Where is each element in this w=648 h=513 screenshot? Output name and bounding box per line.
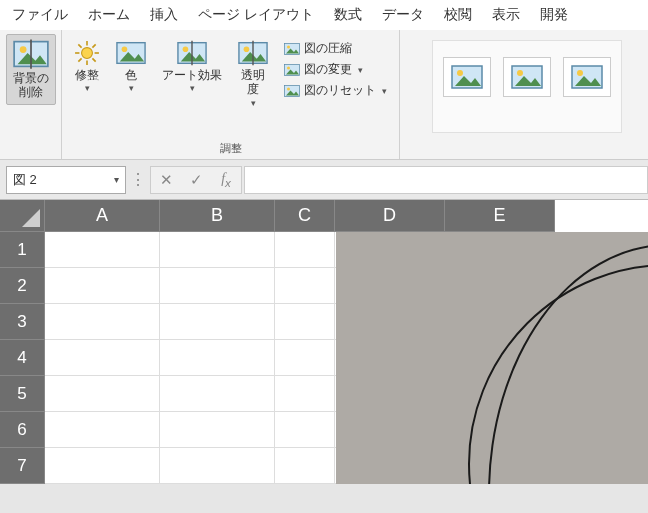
menu-tab-1[interactable]: ホーム	[78, 2, 140, 28]
column-header-D[interactable]: D	[335, 200, 445, 232]
menu-tabs: ファイルホーム挿入ページ レイアウト数式データ校閲表示開発	[0, 0, 648, 30]
style-gallery	[432, 40, 622, 133]
chevron-down-icon: ▾	[85, 83, 90, 93]
cell-B2[interactable]	[160, 268, 275, 304]
picture-icon	[510, 65, 544, 89]
cell-C5[interactable]	[275, 376, 335, 412]
column-header-A[interactable]: A	[45, 200, 160, 232]
cell-A6[interactable]	[45, 412, 160, 448]
cell-A2[interactable]	[45, 268, 160, 304]
change-picture-icon	[284, 62, 300, 78]
group-picture-styles	[400, 30, 648, 159]
cell-C6[interactable]	[275, 412, 335, 448]
cell-C4[interactable]	[275, 340, 335, 376]
expand-formula-bar[interactable]: ⋮	[126, 170, 150, 189]
cell-A7[interactable]	[45, 448, 160, 484]
insert-function-button[interactable]: fx	[211, 171, 241, 189]
menu-tab-3[interactable]: ページ レイアウト	[188, 2, 324, 28]
cell-C2[interactable]	[275, 268, 335, 304]
compress-pictures-button[interactable]: 図の圧縮	[284, 40, 387, 57]
row-header-7[interactable]: 7	[0, 448, 45, 484]
column-header-E[interactable]: E	[445, 200, 555, 232]
chevron-down-icon: ▾	[190, 83, 195, 93]
cancel-button[interactable]: ✕	[151, 171, 181, 189]
cell-A4[interactable]	[45, 340, 160, 376]
cell-C7[interactable]	[275, 448, 335, 484]
cell-C3[interactable]	[275, 304, 335, 340]
sun-icon	[74, 40, 100, 66]
group-adjust: 修整 ▾ 色 ▾ アート効果 ▾ 透明 度 ▾ 図の圧縮	[62, 30, 400, 159]
inserted-picture[interactable]	[336, 232, 648, 484]
cell-B1[interactable]	[160, 232, 275, 268]
chevron-down-icon[interactable]: ▾	[114, 174, 119, 185]
cell-B6[interactable]	[160, 412, 275, 448]
menu-tab-5[interactable]: データ	[372, 2, 434, 28]
row-header-3[interactable]: 3	[0, 304, 45, 340]
menu-tab-6[interactable]: 校閲	[434, 2, 482, 28]
remove-background-label: 背景の 削除	[13, 71, 49, 100]
chevron-down-icon: ▾	[382, 86, 387, 96]
change-label: 図の変更	[304, 61, 352, 78]
reset-picture-button[interactable]: 図のリセット ▾	[284, 82, 387, 99]
transparency-label: 透明 度	[241, 68, 265, 97]
name-box[interactable]: ▾	[6, 166, 126, 194]
group-bg-remove: 背景の 削除	[0, 30, 62, 159]
worksheet-grid: ABCDE 1234567	[0, 200, 648, 484]
reset-picture-icon	[284, 83, 300, 99]
artistic-label: アート効果	[162, 68, 222, 82]
cell-C1[interactable]	[275, 232, 335, 268]
chevron-down-icon: ▾	[358, 65, 363, 75]
corrections-button[interactable]: 修整 ▾	[68, 36, 106, 97]
row-header-4[interactable]: 4	[0, 340, 45, 376]
compress-label: 図の圧縮	[304, 40, 352, 57]
formula-bar: ▾ ⋮ ✕ ✓ fx	[0, 160, 648, 200]
change-picture-button[interactable]: 図の変更 ▾	[284, 61, 387, 78]
column-header-C[interactable]: C	[275, 200, 335, 232]
cell-A3[interactable]	[45, 304, 160, 340]
menu-tab-7[interactable]: 表示	[482, 2, 530, 28]
remove-background-button[interactable]: 背景の 削除	[6, 34, 56, 105]
menu-tab-2[interactable]: 挿入	[140, 2, 188, 28]
row-header-2[interactable]: 2	[0, 268, 45, 304]
picture-style-3[interactable]	[563, 57, 611, 97]
row-header-6[interactable]: 6	[0, 412, 45, 448]
transparency-button[interactable]: 透明 度 ▾	[232, 36, 274, 112]
row-header-5[interactable]: 5	[0, 376, 45, 412]
picture-split-icon	[238, 40, 268, 66]
reset-label: 図のリセット	[304, 82, 376, 99]
picture-split-icon	[177, 40, 207, 66]
cell-B4[interactable]	[160, 340, 275, 376]
cell-B3[interactable]	[160, 304, 275, 340]
artistic-effects-button[interactable]: アート効果 ▾	[156, 36, 228, 97]
color-button[interactable]: 色 ▾	[110, 36, 152, 97]
picture-split-icon	[13, 39, 49, 69]
picture-style-2[interactable]	[503, 57, 551, 97]
row-header-1[interactable]: 1	[0, 232, 45, 268]
picture-icon	[570, 65, 604, 89]
enter-button[interactable]: ✓	[181, 171, 211, 189]
column-header-B[interactable]: B	[160, 200, 275, 232]
cell-B5[interactable]	[160, 376, 275, 412]
chevron-down-icon: ▾	[251, 98, 256, 108]
color-label: 色	[125, 68, 137, 82]
column-headers: ABCDE	[0, 200, 648, 232]
group-adjust-label: 調整	[62, 139, 399, 157]
name-box-input[interactable]	[13, 172, 93, 187]
formula-bar-buttons: ✕ ✓ fx	[150, 166, 242, 194]
chevron-down-icon: ▾	[129, 83, 134, 93]
cell-A1[interactable]	[45, 232, 160, 268]
menu-tab-4[interactable]: 数式	[324, 2, 372, 28]
corrections-label: 修整	[75, 68, 99, 82]
formula-input[interactable]	[244, 166, 648, 194]
menu-tab-8[interactable]: 開発	[530, 2, 578, 28]
cell-B7[interactable]	[160, 448, 275, 484]
picture-style-1[interactable]	[443, 57, 491, 97]
picture-icon	[116, 40, 146, 66]
compress-icon	[284, 41, 300, 57]
select-all-corner[interactable]	[0, 200, 45, 232]
picture-icon	[450, 65, 484, 89]
menu-tab-0[interactable]: ファイル	[4, 2, 78, 28]
cell-A5[interactable]	[45, 376, 160, 412]
ribbon: 背景の 削除 修整 ▾ 色 ▾ アート効果 ▾ 透明 度	[0, 30, 648, 160]
